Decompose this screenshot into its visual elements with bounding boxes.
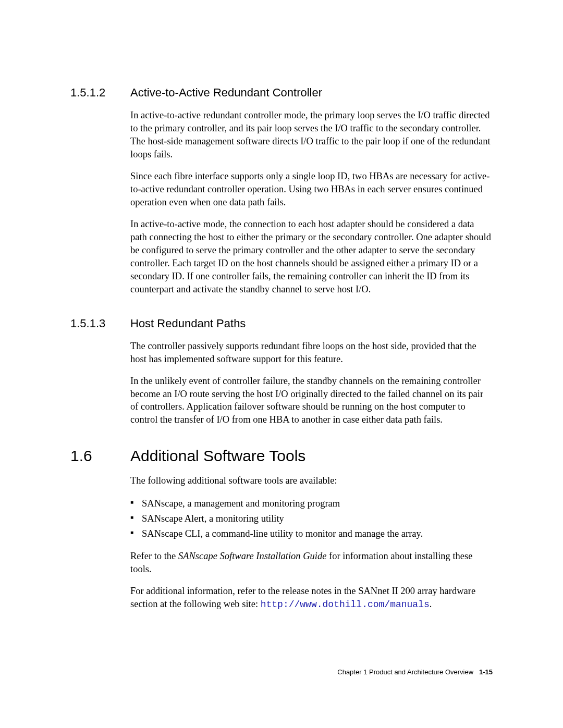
paragraph: In active-to-active redundant controller…: [130, 109, 493, 161]
italic-text: SANscape Software Installation Guide: [178, 551, 327, 561]
paragraph: For additional information, refer to the…: [130, 585, 493, 611]
heading-row: 1.5.1.2 Active-to-Active Redundant Contr…: [70, 86, 493, 100]
paragraph: Since each fibre interface supports only…: [130, 170, 493, 209]
footer-chapter: Chapter 1 Product and Architecture Overv…: [337, 668, 473, 676]
footer-page-number: 1-15: [479, 668, 493, 676]
section-title: Host Redundant Paths: [130, 317, 246, 330]
heading-row: 1.6 Additional Software Tools: [70, 447, 493, 465]
section-number: 1.6: [70, 447, 130, 465]
page-footer: Chapter 1 Product and Architecture Overv…: [337, 668, 493, 676]
heading-row: 1.5.1.3 Host Redundant Paths: [70, 317, 493, 330]
paragraph: In active-to-active mode, the connection…: [130, 218, 493, 296]
section-number: 1.5.1.3: [70, 317, 130, 330]
section-title: Active-to-Active Redundant Controller: [130, 86, 322, 100]
paragraph: The controller passively supports redund…: [130, 340, 493, 366]
section-title: Additional Software Tools: [130, 447, 305, 465]
section-number: 1.5.1.2: [70, 86, 130, 100]
bullet-list: SANscape, a management and monitoring pr…: [130, 496, 493, 541]
document-page: 1.5.1.2 Active-to-Active Redundant Contr…: [0, 0, 563, 674]
text-run: Refer to the: [130, 551, 178, 561]
text-run: .: [430, 599, 432, 609]
paragraph: Refer to the SANscape Software Installat…: [130, 550, 493, 576]
list-item: SANscape Alert, a monitoring utility: [130, 511, 493, 526]
list-item: SANscape CLI, a command-line utility to …: [130, 526, 493, 541]
url-link[interactable]: http://www.dothill.com/manuals: [261, 599, 430, 610]
section-1512: 1.5.1.2 Active-to-Active Redundant Contr…: [70, 86, 493, 296]
section-1513: 1.5.1.3 Host Redundant Paths The control…: [70, 317, 493, 427]
paragraph: The following additional software tools …: [130, 474, 493, 487]
section-16: 1.6 Additional Software Tools The follow…: [70, 447, 493, 611]
list-item: SANscape, a management and monitoring pr…: [130, 496, 493, 511]
paragraph: In the unlikely event of controller fail…: [130, 375, 493, 427]
